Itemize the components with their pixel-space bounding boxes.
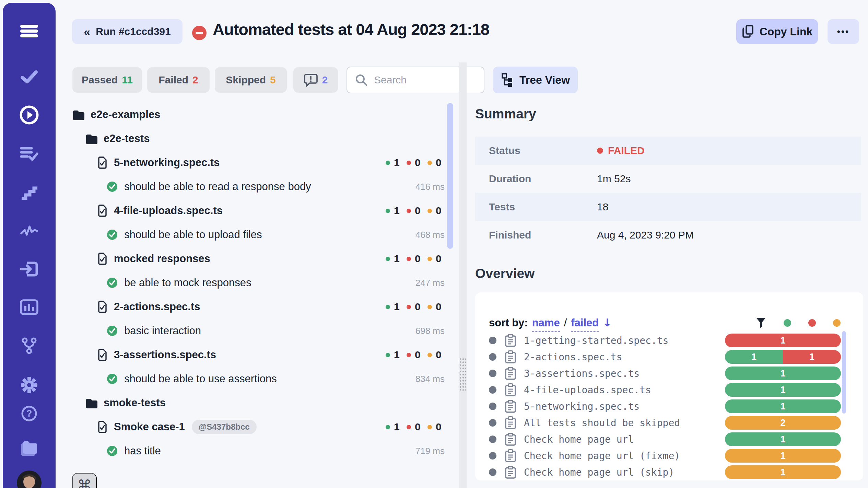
overview-row[interactable]: All tests should be skipped 2 — [475, 415, 863, 431]
tree-row[interactable]: Smoke case-1 @S437b8bcc 1 0 0 — [72, 415, 446, 439]
analytics-icon[interactable] — [3, 299, 56, 315]
settings-icon[interactable]: /**/ — [3, 375, 56, 395]
overview-row[interactable]: 1-getting-started.spec.ts 1 — [475, 332, 863, 349]
sort-by-failed-link[interactable]: failed — [571, 317, 599, 332]
sign-in-icon[interactable] — [3, 260, 56, 278]
spec-name[interactable]: 5-networking.spec.ts — [524, 401, 640, 412]
tree-row[interactable]: 3-assertions.spec.ts 1 0 0 — [72, 343, 446, 367]
tree-row-duration: 416 ms — [415, 182, 445, 192]
filter-comments-chip[interactable]: 2 — [293, 67, 338, 93]
steps-icon[interactable] — [3, 184, 56, 200]
test-list-icon[interactable] — [3, 146, 56, 162]
run-play-icon[interactable] — [3, 105, 56, 125]
spec-name[interactable]: Check home page url (skip) — [524, 467, 674, 478]
summary-duration-value: 1m 52s — [597, 173, 631, 185]
tree-row[interactable]: basic interaction 698 ms — [72, 319, 446, 343]
run-back-button[interactable]: « Run #c1ccd391 — [72, 19, 183, 44]
spec-bullet-icon — [489, 370, 496, 377]
menu-icon[interactable] — [3, 24, 56, 38]
tree-row[interactable]: e2e-examples — [72, 103, 446, 127]
passed-dot-icon — [386, 209, 390, 213]
spec-result-bar: 1 — [725, 334, 841, 347]
tree-row[interactable]: e2e-tests — [72, 127, 446, 151]
summary-row-duration: Duration 1m 52s — [475, 165, 861, 193]
projects-icon[interactable] — [3, 440, 56, 458]
spec-bullet-icon — [489, 403, 496, 410]
tree-view-button[interactable]: Tree View — [493, 67, 578, 93]
overview-row[interactable]: Check home page url (skip) 1 — [475, 464, 863, 480]
sidebar: /**/ ? — [3, 3, 56, 488]
filter-failed-chip[interactable]: Failed 2 — [147, 67, 210, 93]
more-actions-button[interactable]: ••• — [828, 19, 859, 44]
tree-row[interactable]: 2-actions.spec.ts 1 0 0 — [72, 295, 446, 319]
overview-row[interactable]: 3-assertions.spec.ts 1 — [475, 365, 863, 382]
tree-row[interactable]: has title 719 ms — [72, 439, 446, 463]
folder-icon — [85, 133, 97, 144]
spec-bullet-icon — [489, 337, 496, 344]
overview-row[interactable]: 5-networking.spec.ts 1 — [475, 398, 863, 415]
copy-icon — [742, 25, 755, 38]
tree-row-counts: 1 0 0 — [386, 253, 445, 265]
status-dot-icon — [597, 148, 603, 154]
spec-name[interactable]: Check home page url (fixme) — [524, 450, 680, 462]
overview-scrollbar[interactable] — [842, 331, 846, 414]
checks-icon[interactable] — [3, 68, 56, 84]
avatar[interactable] — [3, 470, 56, 488]
filter-skipped-chip[interactable]: Skipped 5 — [215, 67, 287, 93]
copy-link-button[interactable]: Copy Link — [736, 19, 818, 44]
tree-row-duration: 834 ms — [415, 374, 445, 384]
summary-table: Status FAILED Duration 1m 52s Tests 18 F… — [475, 137, 861, 249]
tree-row-label: smoke-tests — [104, 397, 166, 409]
performance-icon[interactable] — [3, 223, 56, 237]
tree-row-duration: 247 ms — [415, 278, 445, 288]
keyboard-shortcut-button[interactable]: ⌘ — [72, 473, 97, 488]
tree-row[interactable]: mocked responses 1 0 0 — [72, 247, 446, 271]
spec-result-bar: 2 — [725, 416, 841, 430]
spec-result-bar: 1 — [725, 383, 841, 397]
spec-name[interactable]: 2-actions.spec.ts — [524, 351, 622, 363]
passed-label: Passed — [82, 74, 118, 86]
legend-passed-dot[interactable] — [784, 319, 791, 327]
overview-row[interactable]: 2-actions.spec.ts 11 — [475, 349, 863, 365]
tree-row[interactable]: should be able to use assertions 834 ms — [72, 367, 446, 391]
spec-name[interactable]: 4-file-uploads.spec.ts — [524, 384, 651, 396]
tree-row[interactable]: should be able to read a response body 4… — [72, 175, 446, 199]
spec-bullet-icon — [489, 452, 496, 460]
tree-row[interactable]: 5-networking.spec.ts 1 0 0 — [72, 151, 446, 175]
legend-failed-dot[interactable] — [808, 319, 816, 327]
spec-name[interactable]: Check home page url — [524, 434, 634, 445]
sort-by-name-link[interactable]: name — [532, 317, 560, 332]
run-failed-status-icon — [192, 26, 207, 40]
search-input[interactable] — [374, 74, 506, 86]
overview-row[interactable]: Check home page url (fixme) 1 — [475, 448, 863, 464]
tree-row-label: e2e-tests — [104, 132, 150, 145]
sort-direction-arrow-icon[interactable]: ↓ — [603, 316, 612, 329]
tree-row-duration: 468 ms — [415, 230, 445, 240]
summary-heading: Summary — [475, 106, 536, 121]
tree-row[interactable]: be able to mock responses 247 ms — [72, 271, 446, 295]
tree-row[interactable]: 4-file-uploads.spec.ts 1 0 0 — [72, 199, 446, 223]
tree-row-label: has title — [124, 445, 161, 457]
tree-scrollbar[interactable] — [447, 103, 453, 249]
spec-name[interactable]: All tests should be skipped — [524, 417, 680, 429]
tree-row[interactable]: should be able to upload files 468 ms — [72, 223, 446, 247]
resize-handle-dots[interactable] — [459, 358, 466, 391]
panel-resize-gutter[interactable] — [459, 62, 467, 488]
legend-skipped-dot[interactable] — [833, 319, 841, 327]
tree-row[interactable]: smoke-tests — [72, 391, 446, 415]
tree-row-label: should be able to use assertions — [124, 373, 277, 385]
clipboard-icon — [504, 432, 517, 446]
passed-dot-icon — [386, 161, 390, 165]
tree-row-label: be able to mock responses — [124, 277, 251, 289]
spec-result-bar: 1 — [725, 399, 841, 413]
filter-funnel-icon[interactable] — [755, 317, 766, 329]
help-icon[interactable]: ? — [3, 405, 56, 422]
summary-duration-label: Duration — [475, 173, 597, 185]
overview-row[interactable]: 4-file-uploads.spec.ts 1 — [475, 382, 863, 398]
overview-row[interactable]: Check home page url 1 — [475, 431, 863, 448]
spec-name[interactable]: 3-assertions.spec.ts — [524, 368, 640, 379]
tree-row-counts: 1 0 0 — [386, 157, 445, 169]
spec-name[interactable]: 1-getting-started.spec.ts — [524, 335, 668, 346]
filter-passed-chip[interactable]: Passed 11 — [72, 67, 142, 93]
branches-icon[interactable] — [3, 337, 56, 354]
